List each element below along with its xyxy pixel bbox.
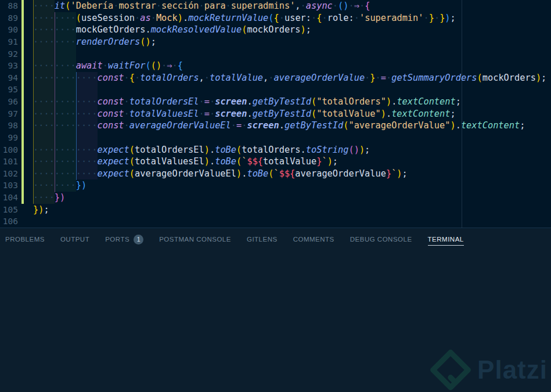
code-token: mockGetOrders xyxy=(76,24,146,35)
indent-rainbow-tint xyxy=(55,84,76,96)
code-token: } xyxy=(440,13,445,23)
code-line[interactable]: 96············const·totalOrdersEl·=·scre… xyxy=(0,96,551,108)
code-token: ( xyxy=(129,145,135,155)
indent-whitespace-dots: ···· xyxy=(33,1,55,11)
code-token: . xyxy=(247,96,252,107)
code-token: textContent xyxy=(397,96,455,107)
code-line[interactable]: 91········renderOrders(); xyxy=(0,36,551,48)
line-number: 94 xyxy=(0,72,18,84)
code-token: · xyxy=(231,120,236,131)
code-line[interactable]: 98············const·averageOrderValueEl·… xyxy=(0,120,551,132)
code-token: ( xyxy=(236,145,242,155)
code-token: · xyxy=(199,1,204,11)
code-token: ) xyxy=(381,109,386,119)
code-token: ) xyxy=(450,120,455,131)
code-text: ····it('Debería·mostrar·sección·para·sup… xyxy=(33,0,370,12)
git-added-indicator xyxy=(21,0,24,12)
indent-rainbow-tint xyxy=(76,132,98,144)
panel-tab-debug-console[interactable]: DEBUG CONSOLE xyxy=(350,233,412,245)
code-token: averageOrderValue xyxy=(274,73,365,83)
code-line[interactable]: 99 xyxy=(0,132,551,144)
code-line[interactable]: 104····}) xyxy=(0,192,551,204)
code-editor[interactable]: 88····it('Debería·mostrar·sección·para·s… xyxy=(0,0,551,228)
git-added-indicator xyxy=(21,192,24,204)
panel-tab-output[interactable]: OUTPUT xyxy=(60,233,89,245)
code-token: ) xyxy=(354,145,359,155)
code-token: · xyxy=(124,109,129,119)
code-token: { xyxy=(178,60,183,71)
code-line[interactable]: 88····it('Debería·mostrar·sección·para·s… xyxy=(0,0,551,12)
code-token: ) xyxy=(156,60,161,71)
code-token: ` xyxy=(322,156,327,167)
code-token: · xyxy=(113,1,118,11)
code-token: ; xyxy=(151,37,156,47)
git-added-indicator xyxy=(21,24,24,36)
code-line[interactable]: 105}); xyxy=(0,204,551,216)
code-token: ) xyxy=(327,156,333,167)
code-token: · xyxy=(156,1,161,11)
panel-tab-terminal[interactable]: TERMINAL xyxy=(428,233,464,246)
code-line[interactable]: 94············const·{·totalOrders,·total… xyxy=(0,72,551,84)
code-token: { xyxy=(365,1,370,11)
panel-tab-label: PROBLEMS xyxy=(5,236,45,243)
code-line[interactable]: 103········}) xyxy=(0,179,551,192)
code-line[interactable]: 97············const·totalValuesEl·=·scre… xyxy=(0,108,551,120)
code-token: ; xyxy=(333,156,338,167)
code-line[interactable]: 92 xyxy=(0,48,551,60)
code-token: } xyxy=(55,192,60,203)
code-token: . xyxy=(301,145,306,155)
git-added-indicator xyxy=(21,168,24,180)
line-number: 92 xyxy=(0,48,18,60)
code-token: · xyxy=(434,13,440,23)
code-token: . xyxy=(279,120,284,131)
code-token: · xyxy=(322,13,327,23)
code-token: ⇒ xyxy=(167,60,172,71)
panel-tab-problems[interactable]: PROBLEMS xyxy=(5,233,45,245)
code-line[interactable]: 101············expect(totalValuesEl).toB… xyxy=(0,156,551,168)
code-token: ; xyxy=(365,145,370,155)
code-token: · xyxy=(376,73,381,83)
line-number: 106 xyxy=(0,215,18,228)
code-line[interactable]: 95 xyxy=(0,84,551,96)
code-line[interactable]: 90········mockGetOrders.mockResolvedValu… xyxy=(0,24,551,36)
code-line[interactable]: 106 xyxy=(0,215,551,228)
code-line[interactable]: 93········await·waitFor(()·⇒·{ xyxy=(0,60,551,72)
code-token: waitFor xyxy=(108,60,145,71)
code-token: , xyxy=(199,73,204,83)
line-number: 91 xyxy=(0,36,18,48)
panel-tab-ports[interactable]: PORTS1 xyxy=(105,232,143,247)
code-token: mockOrders xyxy=(482,73,536,83)
code-token: ⇒ xyxy=(354,1,359,11)
indent-whitespace-dots: ············ xyxy=(33,168,98,179)
code-token: { xyxy=(129,73,135,83)
code-token: para xyxy=(204,1,226,11)
code-token: ( xyxy=(145,60,150,71)
code-token: } xyxy=(370,73,375,83)
code-text: ············const·{·totalOrders,·totalVa… xyxy=(33,72,546,84)
git-added-indicator xyxy=(21,156,24,168)
code-token: as xyxy=(140,13,150,23)
indent-whitespace-dots: ···· xyxy=(33,192,55,203)
code-token: · xyxy=(333,1,338,11)
code-line[interactable]: 89········(useSession·as·Mock).mockRetur… xyxy=(0,12,551,24)
code-token: const xyxy=(98,120,124,131)
code-text: ············expect(totalValuesEl).toBe(`… xyxy=(33,156,338,168)
code-line[interactable]: 102············expect(averageOrderValueE… xyxy=(0,168,551,180)
code-token: totalValuesEl xyxy=(129,109,199,119)
code-text: ············expect(averageOrderValueEl).… xyxy=(33,168,408,180)
code-token: ; xyxy=(44,204,49,215)
line-number: 98 xyxy=(0,120,18,132)
indent-whitespace-dots: ············ xyxy=(33,120,98,131)
panel-tab-postman-console[interactable]: POSTMAN CONSOLE xyxy=(159,233,231,245)
git-added-indicator xyxy=(21,179,24,192)
code-line[interactable]: 100············expect(totalOrdersEl).toB… xyxy=(0,144,551,156)
code-token: totalValue xyxy=(210,73,263,83)
panel-tab-gitlens[interactable]: GITLENS xyxy=(247,233,278,245)
code-token: textContent xyxy=(461,120,520,131)
code-token: · xyxy=(301,1,306,11)
panel-tab-comments[interactable]: COMMENTS xyxy=(293,233,334,245)
code-token: $${ xyxy=(279,168,296,179)
code-token: 'superadmin' xyxy=(359,13,424,23)
code-text: ············const·totalOrdersEl·=·screen… xyxy=(33,96,461,108)
line-number: 89 xyxy=(0,12,18,24)
